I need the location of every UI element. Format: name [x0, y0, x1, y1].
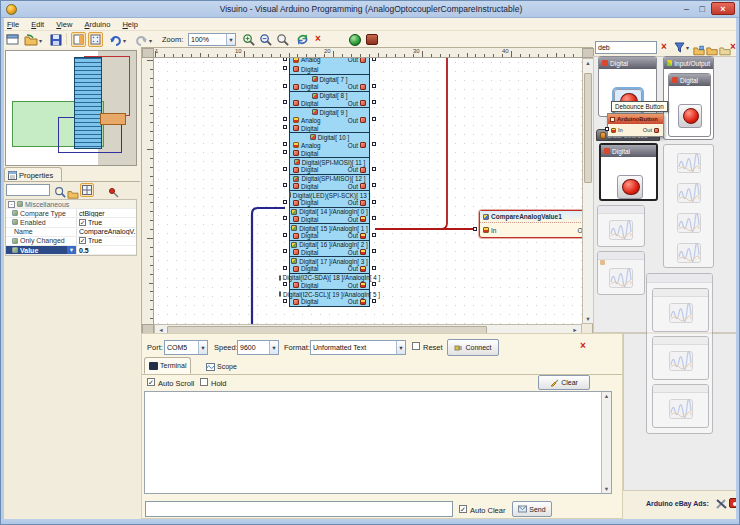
undo-dropdown-icon[interactable]: ▾	[123, 37, 126, 44]
send-input[interactable]	[145, 501, 453, 517]
reset-checkbox[interactable]	[412, 342, 420, 350]
overview-minimap[interactable]	[5, 50, 137, 166]
close-button[interactable]: ×	[711, 2, 735, 15]
save-button[interactable]	[48, 32, 63, 47]
scroll-up-icon[interactable]: ▲	[583, 60, 593, 66]
property-value[interactable]: CompareAnalogV...	[77, 228, 136, 235]
property-row[interactable]: Only Changed✓True	[6, 237, 136, 246]
in-pin-connector[interactable]	[473, 227, 477, 231]
pin-connector[interactable]	[283, 125, 287, 129]
vertical-scroll-thumb[interactable]	[584, 73, 592, 183]
pin-connector[interactable]	[283, 299, 287, 303]
pin-connector[interactable]	[283, 249, 287, 253]
out-pin-connector[interactable]	[372, 282, 376, 286]
filter-icon[interactable]: ▾	[673, 41, 689, 54]
pin-connector[interactable]	[283, 167, 287, 171]
pin-connector[interactable]	[283, 282, 287, 286]
autoclear-checkbox[interactable]: ✓	[459, 505, 467, 513]
open-dropdown-icon[interactable]: ▾	[39, 37, 42, 44]
properties-search-input[interactable]	[6, 184, 50, 196]
property-row[interactable]: NameCompareAnalogV...	[6, 228, 136, 237]
pin-connector[interactable]	[283, 150, 287, 154]
pin-block[interactable]: Digital[ 16 ]/AnalogIn[ 2 ]DigitalOut	[289, 240, 370, 258]
out-pin-connector[interactable]	[372, 299, 376, 303]
pin-block[interactable]: Digital[ 10 ]AnalogOutDigital	[289, 132, 370, 158]
pin-connector[interactable]	[283, 266, 287, 270]
pin-block[interactable]: Digital[ 14 ]/AnalogIn[ 0 ]DigitalOut	[289, 207, 370, 225]
menu-help[interactable]: Help	[117, 18, 142, 31]
pin-block[interactable]: Digital[ 15 ]/AnalogIn[ 1 ]DigitalOut	[289, 223, 370, 241]
tab-properties[interactable]: Properties	[4, 167, 62, 182]
property-value[interactable]: ✓True	[77, 219, 136, 226]
pin-block[interactable]: Digital(SPI-MISO)[ 12 ]DigitalOut	[289, 174, 370, 192]
pin-connector[interactable]	[283, 58, 287, 61]
tab-terminal[interactable]: Terminal	[144, 357, 191, 374]
send-button[interactable]: Send	[512, 501, 552, 517]
out-pin-connector[interactable]	[372, 100, 376, 104]
property-value[interactable]: ctBigger	[77, 210, 136, 217]
close-toolbox-icon[interactable]: ×	[730, 42, 736, 52]
undo-icon[interactable]	[108, 32, 123, 47]
out-pin-connector[interactable]	[372, 216, 376, 220]
disconnect-icon[interactable]: ×	[580, 341, 586, 351]
pin-block[interactable]: AnalogOutDigital	[289, 58, 370, 75]
out-pin-connector[interactable]	[372, 183, 376, 187]
clear-search-icon[interactable]: ×	[661, 42, 667, 52]
menu-arduino[interactable]: Arduino	[79, 18, 115, 31]
format-select[interactable]: Unformatted Text▼	[310, 340, 406, 355]
property-category-row[interactable]: - Miscellaneous	[6, 200, 136, 209]
zoom-fit-icon[interactable]	[275, 32, 290, 47]
pin-block[interactable]: Digital(SPI-MOSI)[ 11 ]DigitalOut	[289, 157, 370, 175]
toolbox-search-input[interactable]: deb	[595, 41, 657, 54]
zoom-dropdown-icon[interactable]: ▼	[226, 34, 235, 45]
open-project-button[interactable]	[23, 32, 38, 47]
terminal-output[interactable]: ▲ ▼	[144, 391, 612, 494]
property-row[interactable]: Compare TypectBigger	[6, 209, 136, 218]
tab-scope[interactable]: Scope	[202, 359, 241, 374]
pin-block[interactable]: Digital[ 8 ]DigitalOut	[289, 91, 370, 109]
out-pin-connector[interactable]	[372, 117, 376, 121]
menu-view[interactable]: View	[51, 18, 77, 31]
pin-block[interactable]: Digital[ 17 ]/AnalogIn[ 3 ]DigitalOut	[289, 256, 370, 274]
out-pin-connector[interactable]	[372, 58, 376, 61]
tools-icon[interactable]	[716, 498, 727, 509]
design-canvas[interactable]: AnalogOutDigitalDigital[ 7 ]DigitalOutDi…	[154, 58, 582, 324]
pin-block[interactable]: Digital(LED)(SPI-SCK)[ 13 ]DigitalOut	[289, 190, 370, 208]
collapse-icon[interactable]: -	[8, 201, 15, 208]
clear-button[interactable]: Clear	[538, 375, 590, 390]
maximize-button[interactable]: □	[700, 4, 705, 14]
hold-checkbox[interactable]	[200, 378, 208, 386]
property-row[interactable]: Value▼0.5	[6, 246, 136, 255]
port-select[interactable]: COM5▼	[164, 340, 208, 355]
red-button-icon[interactable]	[678, 104, 702, 128]
pin-connector[interactable]	[283, 84, 287, 88]
pin-connector[interactable]	[283, 200, 287, 204]
new-project-button[interactable]	[5, 32, 20, 47]
out-pin-connector[interactable]	[372, 200, 376, 204]
out-pin-connector[interactable]	[372, 266, 376, 270]
out-pin-connector[interactable]	[372, 233, 376, 237]
autoscroll-checkbox[interactable]: ✓	[147, 378, 155, 386]
category-view-button[interactable]	[80, 183, 94, 197]
upload-icon[interactable]	[364, 32, 379, 47]
menu-edit[interactable]: Edit	[26, 18, 49, 31]
connect-button[interactable]: Connect	[447, 339, 499, 356]
pin-block[interactable]: Digital(I2C-SDA)[ 18 ]/AnalogIn[ 4 ]Digi…	[289, 273, 370, 291]
toggle-toolbox-button[interactable]	[71, 32, 86, 47]
redo-dropdown-icon[interactable]: ▾	[149, 37, 152, 44]
pin-block[interactable]: Digital(I2C-SCL)[ 19 ]/AnalogIn[ 5 ]Digi…	[289, 289, 370, 307]
toolbox-item-input-output[interactable]: Input/Output Digital	[663, 56, 714, 140]
zoom-in-icon[interactable]	[241, 32, 256, 47]
pin-connector[interactable]	[283, 66, 287, 70]
pin-block[interactable]: Digital[ 7 ]DigitalOut	[289, 74, 370, 92]
minimize-button[interactable]: –	[684, 4, 689, 14]
out-pin-connector[interactable]	[372, 167, 376, 171]
pin-connector[interactable]	[283, 183, 287, 187]
toolbox-item-nested-digital[interactable]: Digital	[668, 73, 711, 137]
toggle-grid-button[interactable]	[88, 32, 103, 47]
toolbox-item-data-source-digital[interactable]: Digital	[599, 143, 658, 201]
speed-select[interactable]: 9600▼	[237, 340, 279, 355]
zoom-out-icon[interactable]	[258, 32, 273, 47]
pin-connector[interactable]	[283, 216, 287, 220]
red-button-icon[interactable]	[617, 175, 643, 199]
